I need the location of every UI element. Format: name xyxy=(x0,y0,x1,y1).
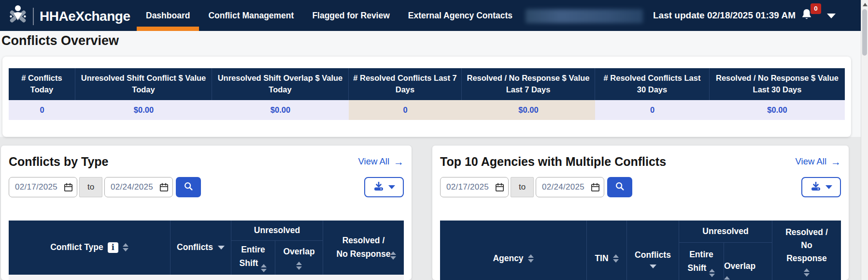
download-menu-button[interactable] xyxy=(801,177,841,197)
column-header-conflicts[interactable]: Conflicts xyxy=(627,221,679,280)
scrollbar-up-arrow[interactable] xyxy=(863,3,868,6)
user-menu-chevron-icon[interactable] xyxy=(827,14,836,18)
date-range-to-label: to xyxy=(79,177,102,197)
column-label: TIN xyxy=(595,252,608,265)
top-agencies-title: Top 10 Agencies with Multiple Conflicts xyxy=(440,154,666,170)
sort-desc-icon[interactable] xyxy=(650,265,656,268)
info-icon[interactable]: i xyxy=(108,242,118,253)
date-to-input[interactable] xyxy=(536,177,604,197)
conflicts-by-type-table: Conflict Type i Conflicts Unresolved Ent… xyxy=(9,221,404,280)
stat-value: $0.00 xyxy=(75,100,212,120)
column-header-overlap[interactable]: Overlap xyxy=(275,241,323,275)
column-label: Agency xyxy=(493,252,523,265)
sort-icon[interactable] xyxy=(390,251,396,260)
stat-value: 0 xyxy=(9,100,75,120)
date-from-input[interactable] xyxy=(441,177,508,197)
sort-icon[interactable] xyxy=(296,262,302,270)
scrollbar-thumb[interactable] xyxy=(862,9,867,56)
column-header-resolved-no-response[interactable]: Resolved / No Response xyxy=(323,221,404,275)
table-row xyxy=(9,275,404,280)
notification-count-badge: 0 xyxy=(811,3,821,14)
column-label: Overlap xyxy=(283,245,314,258)
column-label: Resolved / No Response xyxy=(782,226,832,265)
last-update-text: Last update 02/18/2025 01:39 AM xyxy=(653,0,796,31)
logo-divider xyxy=(33,8,34,25)
column-header-conflict-type[interactable]: Conflict Type i xyxy=(9,221,171,275)
arrow-right-icon: → xyxy=(831,157,841,167)
stat-header: Resolved / No Response $ Value Last 7 Da… xyxy=(462,68,595,100)
redacted-agency-name xyxy=(526,9,643,23)
vertical-scrollbar[interactable] xyxy=(861,0,868,280)
date-range-to-label: to xyxy=(511,177,534,197)
conflicts-by-type-view-all-link[interactable]: View All → xyxy=(358,156,404,167)
column-header-overlap[interactable]: Overlap xyxy=(724,243,772,280)
chevron-down-icon xyxy=(388,185,395,189)
date-from-input[interactable] xyxy=(9,177,77,197)
column-label: Conflicts xyxy=(177,241,213,253)
page-title: Conflicts Overview xyxy=(1,33,119,48)
search-icon xyxy=(183,181,194,193)
download-menu-button[interactable] xyxy=(364,177,404,197)
date-from-field xyxy=(440,177,509,197)
sort-icon[interactable] xyxy=(709,269,715,277)
sort-desc-icon[interactable] xyxy=(218,246,225,250)
sort-icon[interactable] xyxy=(123,243,128,251)
stat-header: # Resolved Conflicts Last 7 Days xyxy=(349,68,462,100)
sort-icon[interactable] xyxy=(804,268,810,277)
sort-icon[interactable] xyxy=(724,276,730,280)
column-header-conflicts[interactable]: Conflicts xyxy=(171,221,231,275)
stat-value: 0 xyxy=(349,100,462,120)
top-agencies-controls: to xyxy=(440,177,841,197)
conflicts-by-type-table-header: Conflict Type i Conflicts Unresolved Ent… xyxy=(9,221,404,275)
sort-icon[interactable] xyxy=(261,264,267,272)
column-header-resolved-no-response[interactable]: Resolved / No Response xyxy=(772,221,841,280)
column-group-unresolved: Unresolved xyxy=(231,221,323,241)
column-header-agency[interactable]: Agency xyxy=(440,221,587,280)
conflicts-by-type-panel: Conflicts by Type View All → to xyxy=(1,146,412,280)
search-button[interactable] xyxy=(176,177,201,197)
date-to-input[interactable] xyxy=(105,177,172,197)
nav-item-conflict-management[interactable]: Conflict Management xyxy=(199,0,303,31)
stats-value-row: 0 $0.00 $0.00 0 $0.00 0 $0.00 xyxy=(9,100,845,120)
column-label: Conflicts xyxy=(635,249,671,261)
top-agencies-table-header: Agency TIN Conflicts Unresolved Entire S… xyxy=(440,221,841,280)
arrow-right-icon: → xyxy=(394,157,404,167)
person-logo-icon xyxy=(9,4,27,29)
top-navbar: HHAeXchange Dashboard Conflict Managemen… xyxy=(0,0,868,31)
sort-icon[interactable] xyxy=(528,254,534,263)
conflicts-overview-card: # Conflicts Today Unresolved Shift Confl… xyxy=(2,57,851,137)
hhaexchange-logo[interactable]: HHAeXchange xyxy=(9,4,130,29)
stat-value: $0.00 xyxy=(710,100,845,120)
column-label: Overlap xyxy=(724,260,755,272)
stat-header: Resolved / No Response $ Value Last 30 D… xyxy=(710,68,845,100)
column-label: Unresolved xyxy=(702,225,748,237)
download-icon xyxy=(810,180,822,193)
search-icon xyxy=(614,181,625,193)
column-label: Conflict Type xyxy=(50,241,103,253)
sort-icon[interactable] xyxy=(613,254,619,263)
column-header-entire-shift[interactable]: Entire Shift xyxy=(231,241,275,275)
main-nav: Dashboard Conflict Management Flagged fo… xyxy=(137,0,522,31)
column-group-unresolved: Unresolved xyxy=(679,221,772,243)
nav-item-flagged-for-review[interactable]: Flagged for Review xyxy=(303,0,398,31)
column-header-entire-shift[interactable]: Entire Shift xyxy=(679,243,724,280)
nav-item-dashboard[interactable]: Dashboard xyxy=(137,0,199,31)
conflicts-dashboard: HHAeXchange Dashboard Conflict Managemen… xyxy=(0,0,868,280)
logo-text: HHAeXchange xyxy=(40,9,130,24)
top-agencies-view-all-link[interactable]: View All → xyxy=(796,156,841,167)
stat-header: # Conflicts Today xyxy=(9,68,75,100)
conflicts-by-type-controls: to xyxy=(9,177,404,197)
stat-header: # Resolved Conflicts Last 30 Days xyxy=(595,68,710,100)
overview-stats-table: # Conflicts Today Unresolved Shift Confl… xyxy=(9,68,845,120)
stats-header-row: # Conflicts Today Unresolved Shift Confl… xyxy=(9,68,845,100)
stat-header: Unresolved Shift Conflict $ Value Today xyxy=(75,68,212,100)
stat-value: 0 xyxy=(595,100,710,120)
stat-value: $0.00 xyxy=(462,100,595,120)
column-header-tin[interactable]: TIN xyxy=(587,221,627,280)
nav-item-external-agency-contacts[interactable]: External Agency Contacts xyxy=(399,0,522,31)
search-button[interactable] xyxy=(607,177,632,197)
date-to-field xyxy=(536,177,604,197)
view-all-label: View All xyxy=(358,156,389,167)
top-agencies-panel: Top 10 Agencies with Multiple Conflicts … xyxy=(432,146,849,280)
top-agencies-table: Agency TIN Conflicts Unresolved Entire S… xyxy=(440,221,841,280)
